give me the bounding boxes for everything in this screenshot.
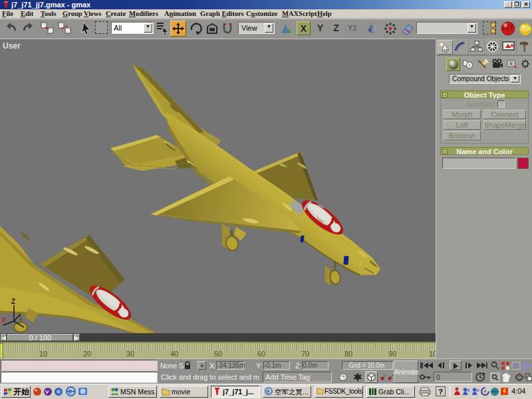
svg-text:A: A bbox=[510, 43, 514, 49]
svg-text:60: 60 bbox=[257, 350, 265, 358]
svg-text:10: 10 bbox=[429, 350, 436, 358]
svg-text:10: 10 bbox=[39, 350, 47, 358]
svg-text:X: X bbox=[1, 317, 6, 324]
svg-text:50: 50 bbox=[214, 350, 222, 358]
svg-text:30: 30 bbox=[126, 350, 134, 358]
svg-text:80: 80 bbox=[344, 350, 352, 358]
svg-text:V: V bbox=[45, 389, 49, 395]
svg-text:70: 70 bbox=[301, 350, 309, 358]
svg-text:90: 90 bbox=[388, 350, 396, 358]
svg-text:40: 40 bbox=[170, 350, 178, 358]
svg-text:e: e bbox=[267, 388, 270, 394]
svg-text:20: 20 bbox=[83, 350, 91, 358]
svg-text:Z: Z bbox=[11, 298, 15, 305]
svg-text:e: e bbox=[68, 388, 72, 395]
